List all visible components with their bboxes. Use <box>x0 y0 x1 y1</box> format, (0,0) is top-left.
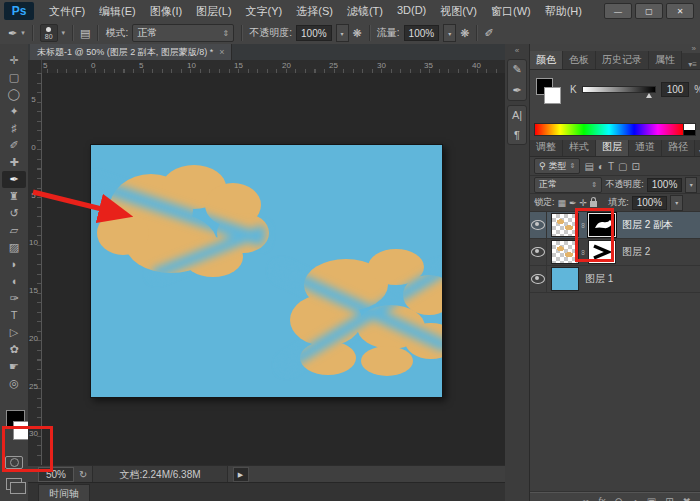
zoom-level-input[interactable]: 50% <box>38 467 74 482</box>
layer-thumbnail[interactable] <box>551 240 579 264</box>
path-selection-tool[interactable]: ▷ <box>2 324 26 341</box>
layer-row-2[interactable]: ∞ 图层 2 <box>530 239 700 266</box>
timeline-tab[interactable]: 时间轴 <box>38 484 90 501</box>
gradient-tool[interactable]: ▨ <box>2 239 26 256</box>
flow-input[interactable]: 100% <box>404 25 440 41</box>
slider-thumb-icon[interactable] <box>646 92 652 98</box>
color-spectrum-ramp[interactable] <box>534 123 684 136</box>
dodge-tool[interactable]: ◖ <box>2 273 26 290</box>
fill-caret-icon[interactable]: ▾ <box>670 195 683 211</box>
maximize-button[interactable]: ▢ <box>635 3 663 19</box>
status-sync-icon[interactable]: ↻ <box>79 469 87 480</box>
airbrush-opacity-icon[interactable]: ❋ <box>353 27 362 40</box>
menu-select[interactable]: 选择(S) <box>289 2 340 21</box>
type-tool[interactable]: T <box>2 307 26 324</box>
visibility-eye-icon[interactable] <box>531 220 545 230</box>
panel-menu-icon[interactable]: ▾≡ <box>695 147 700 156</box>
k-value-input[interactable]: 100 <box>661 82 690 97</box>
delete-layer-icon[interactable]: ✖ <box>683 496 691 501</box>
tab-close-icon[interactable]: × <box>219 47 224 57</box>
new-adjustment-icon[interactable]: ◑ <box>632 496 638 501</box>
lock-all-icon[interactable] <box>590 201 597 207</box>
menu-window[interactable]: 窗口(W) <box>484 2 538 21</box>
history-brush-tool[interactable]: ↺ <box>2 205 26 222</box>
layer-thumbnail[interactable] <box>551 213 579 237</box>
brush-picker-caret-icon[interactable]: ▾ <box>62 29 66 37</box>
link-layers-icon[interactable]: ∞ <box>582 496 589 501</box>
filter-smart-icon[interactable]: ⊡ <box>632 161 640 172</box>
menu-file[interactable]: 文件(F) <box>42 2 92 21</box>
menu-view[interactable]: 视图(V) <box>433 2 484 21</box>
brush-presets-icon[interactable]: ✎ <box>512 63 521 76</box>
layer-mask-thumbnail[interactable] <box>588 213 616 237</box>
screen-mode-icon[interactable] <box>6 478 22 490</box>
pressure-icon[interactable]: ✐ <box>484 27 493 40</box>
crop-tool[interactable]: ♯ <box>2 120 26 137</box>
eraser-tool[interactable]: ▱ <box>2 222 26 239</box>
add-mask-icon[interactable]: ⊙ <box>614 496 622 501</box>
shape-tool[interactable]: ✿ <box>2 341 26 358</box>
quick-mask-icon[interactable] <box>5 456 23 469</box>
mask-link-icon[interactable]: ∞ <box>580 248 587 257</box>
opacity-caret-icon[interactable]: ▾ <box>336 24 349 42</box>
filter-type-icon[interactable]: T <box>608 161 614 172</box>
paragraph-panel-icon[interactable]: ¶ <box>514 129 520 141</box>
tab-properties[interactable]: 属性 <box>649 51 682 69</box>
airbrush-flow-icon[interactable]: ❋ <box>460 27 469 40</box>
healing-brush-tool[interactable]: ✚ <box>2 154 26 171</box>
layer-row-copy[interactable]: ∞ 图层 2 副本 <box>530 212 700 239</box>
tool-preset-caret-icon[interactable]: ▾ <box>21 29 25 37</box>
filter-kind-select[interactable]: ⚲ 类型 ⇕ <box>534 158 580 174</box>
toggle-brush-panel-icon[interactable]: ▤ <box>80 27 90 40</box>
panel-menu-icon[interactable]: ▾≡ <box>684 60 700 69</box>
menu-3d[interactable]: 3D(D) <box>390 2 433 21</box>
lasso-tool[interactable]: ◯ <box>2 86 26 103</box>
brush-panel-icon[interactable]: ✒ <box>512 84 521 97</box>
panel-background-swatch[interactable] <box>544 87 561 104</box>
menu-help[interactable]: 帮助(H) <box>538 2 589 21</box>
new-group-icon[interactable]: ▣ <box>647 496 656 501</box>
layer-thumbnail[interactable] <box>551 267 579 291</box>
brush-tool[interactable]: ✒ <box>2 171 26 188</box>
visibility-eye-icon[interactable] <box>531 274 545 284</box>
k-slider[interactable] <box>582 86 656 93</box>
magic-wand-tool[interactable]: ✦ <box>2 103 26 120</box>
opacity-input[interactable]: 100% <box>296 25 332 41</box>
menu-type[interactable]: 文字(Y) <box>239 2 290 21</box>
current-tool-icon[interactable]: ✒ <box>8 27 17 40</box>
move-tool[interactable]: ✛ <box>2 52 26 69</box>
tab-adjustments[interactable]: 调整 <box>530 138 563 156</box>
layer-opacity-input[interactable]: 100% <box>647 178 683 192</box>
eyedropper-tool[interactable]: ✐ <box>2 137 26 154</box>
filter-shape-icon[interactable]: ▢ <box>618 161 627 172</box>
menu-filter[interactable]: 滤镜(T) <box>340 2 390 21</box>
layer-mask-thumbnail[interactable] <box>588 240 616 264</box>
menu-layer[interactable]: 图层(L) <box>189 2 238 21</box>
layer-row-1[interactable]: 图层 1 <box>530 266 700 293</box>
mask-link-icon[interactable]: ∞ <box>580 221 587 230</box>
minimize-button[interactable]: — <box>604 3 632 19</box>
blend-mode-select[interactable]: 正常 ⇕ <box>132 24 234 42</box>
layer-blend-mode-select[interactable]: 正常 ⇕ <box>534 177 602 193</box>
status-expand-icon[interactable]: ▶ <box>233 467 249 482</box>
tab-paths[interactable]: 路径 <box>662 138 695 156</box>
canvas[interactable] <box>90 144 443 398</box>
bw-ramp-end[interactable] <box>683 123 696 136</box>
lock-paint-icon[interactable]: ✒ <box>569 198 577 208</box>
visibility-eye-icon[interactable] <box>531 247 545 257</box>
brush-preset-picker[interactable]: 80 <box>40 24 58 42</box>
layer-style-icon[interactable]: fx <box>598 496 605 501</box>
filter-pixel-icon[interactable]: ▤ <box>584 161 593 172</box>
lock-move-icon[interactable]: ✛ <box>580 198 588 208</box>
new-layer-icon[interactable]: ⊞ <box>665 496 673 501</box>
marquee-tool[interactable]: ▢ <box>2 69 26 86</box>
expand-panels-icon[interactable]: « <box>505 44 529 55</box>
close-button[interactable]: ✕ <box>666 3 694 19</box>
menu-image[interactable]: 图像(I) <box>143 2 189 21</box>
character-panel-icon[interactable]: A| <box>512 109 522 121</box>
tab-styles[interactable]: 样式 <box>563 138 596 156</box>
zoom-tool[interactable]: ◎ <box>2 375 26 392</box>
hand-tool[interactable]: ☛ <box>2 358 26 375</box>
flow-caret-icon[interactable]: ▾ <box>443 24 456 42</box>
document-tab[interactable]: 未标题-1 @ 50% (图层 2 副本, 图层蒙版/8) * × <box>30 44 232 60</box>
